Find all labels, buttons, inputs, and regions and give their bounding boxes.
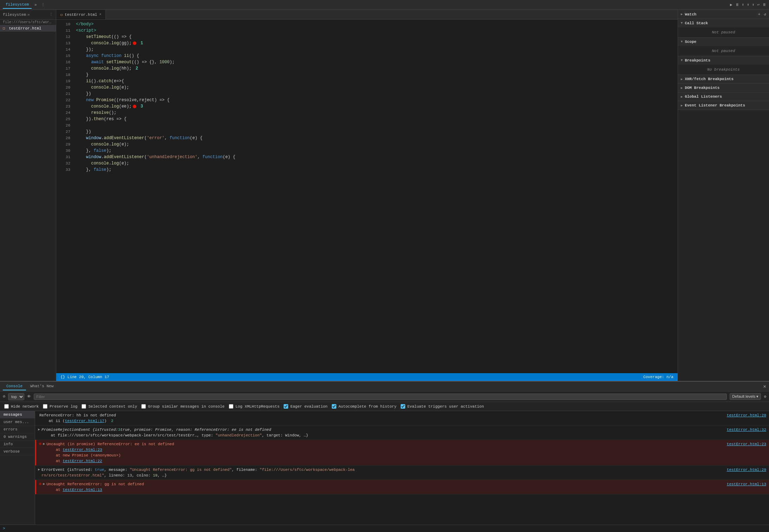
console-eye-icon[interactable]: 👁: [27, 394, 31, 399]
sidebar-item-testerror[interactable]: ◻ testError.html: [0, 25, 56, 32]
event-chevron-icon: ▶: [681, 104, 683, 108]
option-preserve-log-checkbox[interactable]: [43, 404, 47, 409]
msg-3-link-1[interactable]: testError.html:23: [63, 448, 102, 452]
option-eager-eval[interactable]: Eager evaluation: [284, 404, 328, 409]
option-group-similar-checkbox[interactable]: [141, 404, 146, 409]
option-selected-context-checkbox[interactable]: [82, 404, 86, 409]
msg-4-expand-icon[interactable]: ▶: [38, 467, 40, 473]
code-line-16: 16 await setTimeout(() => {}, 1000);: [56, 59, 678, 65]
tab-expand[interactable]: »: [34, 3, 37, 7]
msg-2-text: PromiseRejectionEvent {isTrusted:3true, …: [41, 427, 725, 438]
code-line-19: 19 ii().catch(e=>{: [56, 78, 678, 84]
tab-menu[interactable]: ⋮: [41, 2, 45, 7]
console-close-button[interactable]: ✕: [763, 383, 766, 389]
code-line-28: 28 window.addEventListener('error', func…: [56, 135, 678, 141]
toolbar-deactivate-icon[interactable]: ↩: [757, 2, 760, 7]
code-line-15: 15 async function ii() {: [56, 53, 678, 59]
watch-header[interactable]: ▶ Watch + ↺: [678, 10, 769, 19]
breakpoint-marker-1[interactable]: [133, 41, 136, 45]
console-levels-button[interactable]: Default levels ▾: [730, 393, 761, 400]
dom-header[interactable]: ▶ DOM Breakpoints: [678, 84, 769, 92]
sidebar-expand-icon[interactable]: »: [27, 13, 30, 17]
breakpoints-chevron-icon: ▼: [681, 59, 683, 62]
event-header[interactable]: ▶ Event Listener Breakpoints: [678, 101, 769, 110]
watch-chevron-icon: ▶: [681, 12, 683, 16]
filter-item-warnings[interactable]: 0 warnings: [0, 433, 35, 441]
sidebar-menu-icon[interactable]: ⋮: [49, 12, 53, 17]
option-log-xmlhttp-checkbox[interactable]: [229, 404, 233, 409]
filter-item-errors[interactable]: errors: [0, 426, 35, 433]
editor-tab-testerror[interactable]: ◻ testError.html ×: [56, 10, 106, 19]
option-autocomplete-checkbox[interactable]: [332, 404, 336, 409]
msg-3-expand-icon[interactable]: ▶: [43, 441, 45, 447]
breakpoints-header[interactable]: ▼ Breakpoints: [678, 56, 769, 65]
msg-3-source[interactable]: testError.html:23: [727, 441, 766, 447]
filter-item-user-messages[interactable]: user mes...: [0, 419, 35, 426]
toolbar-step-out-icon[interactable]: ⬆: [752, 2, 755, 7]
dom-chevron-icon: ▶: [681, 86, 683, 90]
console-message-5: ⊗ ▶ Uncaught ReferenceError: gg is not d…: [35, 480, 769, 494]
breakpoint-marker-2[interactable]: [133, 105, 136, 108]
console-context-select[interactable]: top: [8, 393, 24, 400]
msg-2-source[interactable]: testError.html:32: [727, 427, 766, 433]
code-line-27: 27 }): [56, 129, 678, 135]
main-layout: filesystem » ⋮ file:///Users/sftc/worksp…: [0, 10, 769, 381]
watch-refresh-icon[interactable]: ↺: [764, 12, 766, 17]
toolbar-breakpoint-icon[interactable]: ⏸: [762, 2, 766, 7]
console-options: Hide network Preserve log Selected conte…: [0, 402, 769, 411]
tab-filesystem[interactable]: filesystem: [3, 1, 32, 9]
toolbar-step-over-icon[interactable]: ⬇: [742, 2, 744, 7]
option-group-similar[interactable]: Group similar messages in console: [141, 404, 225, 409]
msg-1-link[interactable]: testError.html:17: [65, 419, 104, 423]
filter-item-verbose[interactable]: verbose: [0, 448, 35, 455]
msg-5-link[interactable]: testError.html:13: [63, 488, 102, 492]
code-line-30: 30 }, false);: [56, 148, 678, 154]
console-filter-input[interactable]: [34, 394, 727, 400]
option-autocomplete[interactable]: Autocomplete from history: [332, 404, 396, 409]
option-evaluate-triggers-checkbox[interactable]: [401, 404, 405, 409]
statusbar-position: {} Line 20, Column 17: [60, 375, 109, 379]
code-line-14: 14 });: [56, 46, 678, 53]
toolbar-run-icon[interactable]: ▶: [730, 2, 732, 7]
devtools-top-bar: filesystem » ⋮ ▶ ⏸ ⬇ ⬆ ⬆ ↩ ⏸: [0, 0, 769, 10]
option-preserve-log[interactable]: Preserve log: [43, 404, 77, 409]
code-line-12: 12 setTimeout(() => {: [56, 34, 678, 40]
msg-4-source[interactable]: testError.html:29: [727, 467, 766, 473]
msg-2-expand-icon[interactable]: ▶: [38, 427, 40, 433]
option-log-xmlhttp[interactable]: Log XMLHttpRequests: [229, 404, 279, 409]
code-line-25: 25 }).then(res => {: [56, 116, 678, 122]
console-stop-icon[interactable]: ⊘: [3, 394, 5, 399]
console-message-4: ▶ ErrorEvent {isTrusted: true, message: …: [35, 466, 769, 480]
msg-3-error-icon: ⊗: [39, 441, 41, 447]
sidebar-file-icon: ◻: [3, 26, 5, 31]
watch-add-icon[interactable]: +: [758, 12, 761, 17]
tab-close-button[interactable]: ×: [99, 13, 101, 17]
msg-3-link-2[interactable]: testError.html:22: [63, 459, 102, 463]
console-message-3: ⊗ ▶ Uncaught (in promise) ReferenceError…: [35, 440, 769, 466]
xhr-label: XHR/fetch Breakpoints: [685, 77, 734, 81]
code-line-33: 33 }, false);: [56, 167, 678, 173]
statusbar-coverage: Coverage: n/a: [643, 375, 673, 379]
console-toolbar: ⊘ top 👁 Default levels ▾ ⚙: [0, 391, 769, 402]
xhr-header[interactable]: ▶ XHR/fetch Breakpoints: [678, 75, 769, 83]
filter-item-info[interactable]: info: [0, 441, 35, 448]
option-hide-network-checkbox[interactable]: [4, 404, 9, 409]
msg-5-expand-icon[interactable]: ▶: [43, 481, 45, 487]
toolbar-pause-icon[interactable]: ⏸: [735, 2, 739, 7]
option-selected-context[interactable]: Selected context only: [82, 404, 137, 409]
msg-1-source[interactable]: testError.html:20: [727, 413, 766, 418]
editor-content[interactable]: 10 </body> 11 <script> 12 setTimeout(() …: [56, 20, 678, 373]
option-hide-network[interactable]: Hide network: [4, 404, 39, 409]
filter-item-messages[interactable]: messages: [0, 411, 35, 419]
scope-header[interactable]: ▼ Scope: [678, 38, 769, 46]
toolbar-step-into-icon[interactable]: ⬆: [747, 2, 749, 7]
console-prompt-input[interactable]: [7, 526, 766, 531]
msg-5-source[interactable]: testError.html:13: [727, 481, 766, 487]
option-eager-eval-checkbox[interactable]: [284, 404, 288, 409]
call-stack-header[interactable]: ▼ Call Stack: [678, 19, 769, 27]
console-settings-icon[interactable]: ⚙: [764, 394, 766, 399]
global-header[interactable]: ▶ Global Listeners: [678, 92, 769, 101]
tab-console[interactable]: Console: [3, 383, 26, 390]
option-evaluate-triggers[interactable]: Evaluate triggers user activation: [401, 404, 484, 409]
tab-whats-new[interactable]: What's New: [27, 383, 57, 390]
